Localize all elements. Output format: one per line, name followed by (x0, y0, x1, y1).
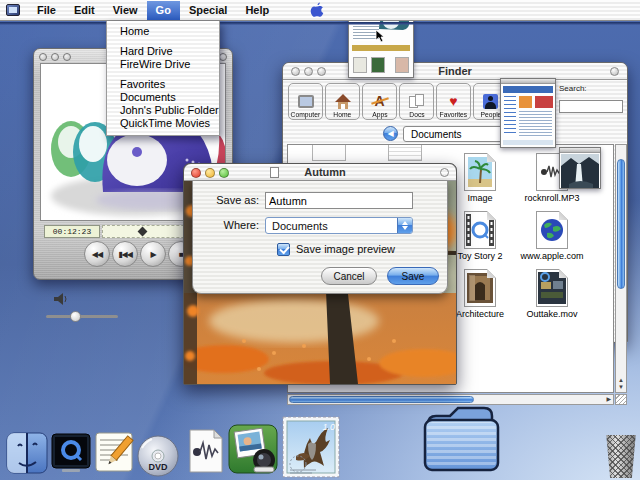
close-icon[interactable] (291, 67, 300, 76)
toolbar-toggle-icon[interactable] (610, 67, 619, 76)
volume-knob[interactable] (70, 311, 81, 322)
save-sheet-dialog: Save as: Where: Documents Save image pre… (192, 181, 448, 294)
minimize-icon[interactable] (51, 53, 59, 61)
dock-image-capture-icon[interactable] (228, 424, 278, 478)
autumn-document-window[interactable]: Autumn (183, 163, 457, 385)
web-promo-box (535, 96, 553, 108)
dock-minimized-waterfall-window[interactable] (559, 147, 601, 189)
close-icon[interactable] (191, 168, 201, 178)
menu-view[interactable]: View (104, 1, 147, 20)
search-label: Search: (559, 84, 625, 93)
minimize-icon[interactable] (304, 67, 313, 76)
menu-item-quicktime-movies[interactable]: QuickTime Movies (107, 117, 219, 130)
menu-go[interactable]: Go (147, 1, 180, 20)
finder-path-bar: ◀ Documents (283, 123, 627, 144)
menu-item-documents[interactable]: Documents (107, 91, 219, 104)
menu-item-johns-public-folder[interactable]: John's Public Folder (107, 104, 219, 117)
ad-thumb (395, 57, 409, 73)
apps-icon: A (374, 91, 384, 111)
dock-minimized-webpage-window[interactable] (500, 78, 556, 148)
scroll-down-icon[interactable]: ▼ (616, 385, 626, 390)
preview-checkbox[interactable] (277, 243, 290, 256)
filename-input[interactable] (265, 192, 413, 209)
play-button[interactable]: ▶ (140, 241, 166, 267)
save-button[interactable]: Save (387, 267, 439, 285)
volume-slider[interactable] (46, 315, 118, 318)
mini-titlebar (560, 148, 600, 153)
menu-help[interactable]: Help (236, 1, 278, 20)
vertical-scrollbar[interactable]: ▲ ▼ (615, 144, 627, 393)
menu-item-hard-drive[interactable]: Hard Drive (107, 45, 219, 58)
finder-titlebar[interactable]: Finder (283, 63, 627, 80)
dock-mail-icon[interactable]: 1.0 (282, 416, 340, 478)
dock-trash-icon[interactable] (605, 434, 637, 478)
mini-titlebar (501, 79, 555, 84)
web-nav-links (504, 96, 516, 136)
heart-icon: ♥ (449, 91, 457, 111)
ad-thumb (353, 57, 367, 73)
vertical-scroll-thumb[interactable] (617, 159, 625, 289)
ad-thumb (371, 57, 385, 73)
resize-grip[interactable] (615, 394, 627, 405)
toolbar-favorites-button[interactable]: ♥ Favorites (436, 83, 471, 120)
menu-item-favorites[interactable]: Favorites (107, 78, 219, 91)
toolbar-toggle-icon[interactable] (219, 53, 227, 61)
menu-separator (107, 38, 219, 45)
menu-file[interactable]: File (28, 1, 65, 20)
ad-banner (352, 45, 410, 51)
apple-logo-icon (310, 2, 324, 19)
web-footer (503, 140, 553, 145)
cancel-button[interactable]: Cancel (321, 267, 377, 285)
dock-finder-icon[interactable] (6, 432, 48, 478)
file-architecture[interactable]: Architecture (448, 269, 512, 319)
web-promo-box (519, 96, 532, 108)
file-image[interactable]: Image (448, 153, 512, 203)
scroll-up-icon[interactable]: ▲ (616, 378, 626, 383)
mail-version-label: 1.0 (322, 422, 335, 432)
partial-file-icon[interactable] (312, 144, 346, 161)
menubar-shadow (0, 22, 640, 25)
menu-bar: File Edit View Go Special Help (0, 0, 640, 21)
file-outtake[interactable]: Outtake.mov (520, 269, 584, 319)
go-menu-dropdown: Home Hard Drive FireWire Drive Favorites… (106, 21, 220, 136)
zoom-icon[interactable] (63, 53, 71, 61)
search-input[interactable] (559, 100, 623, 113)
person-icon (483, 91, 498, 111)
toolbar-apps-button[interactable]: A Apps (362, 83, 397, 120)
zoom-icon[interactable] (219, 168, 229, 178)
dock-audio-file-icon[interactable] (182, 428, 228, 478)
toolbar-docs-button[interactable]: Docs (399, 83, 434, 120)
where-popup[interactable]: Documents (265, 217, 413, 234)
toolbar-toggle-icon[interactable] (440, 168, 449, 177)
timecode-display: 00:12:23 (44, 225, 100, 238)
computer-icon (298, 91, 314, 111)
palm-photo-icon (464, 153, 496, 191)
back-button[interactable]: ◀ (383, 126, 398, 141)
file-toy-story-2[interactable]: Toy Story 2 (448, 211, 512, 261)
minimize-icon[interactable] (205, 168, 215, 178)
dock-textedit-icon[interactable] (92, 430, 136, 478)
menu-item-home[interactable]: Home (107, 25, 219, 38)
file-apple-url[interactable]: www.apple.com (520, 211, 584, 261)
web-header (503, 86, 553, 93)
partial-file-icon[interactable] (388, 144, 422, 161)
dock-documents-folder-icon[interactable] (420, 402, 502, 478)
zoom-icon[interactable] (317, 67, 326, 76)
menu-special[interactable]: Special (180, 1, 237, 20)
rewind-button[interactable]: ◀◀ (84, 241, 110, 267)
cursor-icon (375, 29, 385, 43)
menu-item-firewire-drive[interactable]: FireWire Drive (107, 58, 219, 71)
dock-dvd-player-icon[interactable]: DVD (136, 434, 180, 478)
step-back-button[interactable]: ▮◀◀ (112, 241, 138, 267)
system-menu-icon[interactable] (6, 4, 20, 16)
playhead-icon[interactable] (138, 227, 148, 237)
dock-quicktime-icon[interactable] (50, 432, 92, 478)
scroll-right-icon[interactable]: ▶ (606, 397, 611, 402)
document-proxy-icon[interactable] (270, 167, 279, 178)
close-icon[interactable] (39, 53, 47, 61)
toolbar-computer-button[interactable]: Computer (288, 83, 323, 120)
dvd-label: DVD (136, 462, 180, 472)
save-as-label: Save as: (197, 192, 259, 209)
menu-edit[interactable]: Edit (65, 1, 104, 20)
toolbar-home-button[interactable]: Home (325, 83, 360, 120)
